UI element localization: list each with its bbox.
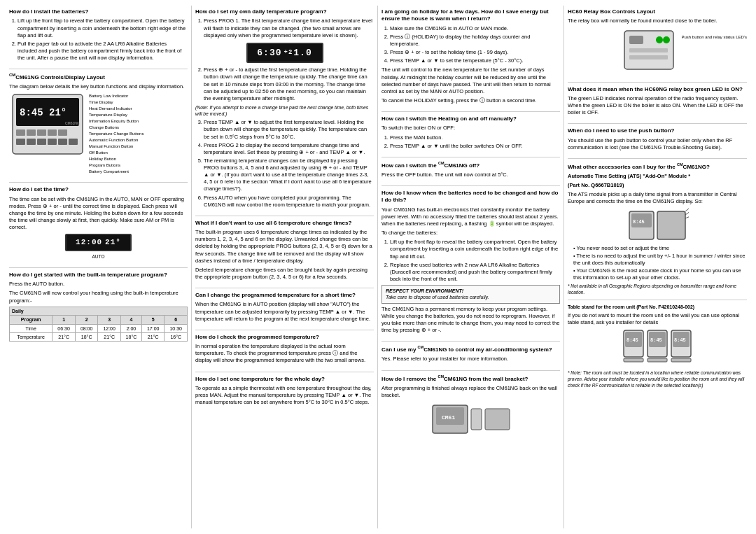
bullet-3: Your CM61NG is the most accurate clock i… <box>573 267 747 281</box>
label-temperature: Temperature Display <box>89 112 144 118</box>
divider-col3-2 <box>382 157 560 157</box>
thermostat-labels: Battery Low Indicator Time Display Heat … <box>89 93 144 175</box>
divider-col4-4 <box>568 300 747 300</box>
display-1-0: 1.0 <box>293 47 312 59</box>
svg-rect-24 <box>629 48 668 52</box>
svg-text:8:45: 8:45 <box>633 219 645 225</box>
section-cm61ng-layout: CMCM61NG Controls/Display Layout The dia… <box>9 73 188 175</box>
hc60-content: The relay box will normally be found mou… <box>568 17 747 24</box>
section-change-temp-short: Can I change the programmed temperature … <box>195 292 374 323</box>
col-4: 4 <box>120 316 141 324</box>
svg-point-22 <box>656 36 663 43</box>
table-label-daily: Daily <box>10 307 188 315</box>
label-holiday-button: Holiday Button <box>89 156 144 162</box>
divider-col4-2 <box>568 123 747 124</box>
label-auto-function: Automatic Function Button <box>89 137 144 143</box>
label-heat-demand: Heat Demand Indicator <box>89 106 144 112</box>
svg-rect-36 <box>624 358 643 362</box>
ats-part: (Part No. Q6667B1019) <box>568 182 747 189</box>
svg-rect-6 <box>48 129 57 136</box>
section-install-batteries: How do I install the batteries? Lift up … <box>9 8 188 62</box>
not-use-content2: Deleted temperature change times can be … <box>195 267 374 281</box>
holiday-step-2: Press ⓘ (HOLIDAY) to display the holiday… <box>390 34 560 48</box>
daily-note: (Note: If you attempt to move a change t… <box>195 104 374 117</box>
green-led-content: The green LED indicates normal operation… <box>568 95 747 116</box>
daily-step-2: Press ⊕ + or - to adjust the first tempe… <box>204 66 374 102</box>
temp-1: 21°C <box>52 333 76 342</box>
label-battery-low: Battery Low Indicator <box>89 93 144 99</box>
holiday-step-3: Press ⊕ + or - to set the holiday time (… <box>390 49 560 56</box>
holiday-step-4: Press TEMP ▲ or ▼ to set the temperature… <box>390 57 560 64</box>
label-time-display: Time Display <box>89 99 144 106</box>
section-check-programmed: How do I check the programmed temperatur… <box>195 334 374 365</box>
temp-2: 18°C <box>75 333 98 342</box>
divider-col4-3 <box>568 158 747 159</box>
aircon-content: Yes. Please refer to your installer for … <box>382 356 560 363</box>
builtin-content1: Press the AUTO button. <box>9 281 188 288</box>
column-3: I am going on holiday for a few days. Ho… <box>378 6 564 528</box>
divider-1 <box>9 69 188 69</box>
section-switch-off: How can I switch the CMCM61NG off? Press… <box>382 161 560 178</box>
svg-rect-44 <box>671 358 691 362</box>
section-push-button: When do I need to use the push button? Y… <box>568 127 747 151</box>
label-battery-compartment: Battery Compartment <box>89 169 144 175</box>
section-remove-bracket: How do I remove the CMCM61NG from the wa… <box>382 374 560 440</box>
row-temp-label: Temperature <box>10 333 52 342</box>
column-2: How do I set my own daily temperature pr… <box>192 6 378 528</box>
ats-subtitle: Automatic Time Setting (ATS) "Add-On" Mo… <box>568 173 747 180</box>
section-aircon: Can I use my CMCM61NG to control my air-… <box>382 345 560 363</box>
install-step-2: Pull the paper tab out to activate the 2… <box>18 41 188 62</box>
table-stand-content: If you do not want to mount the room uni… <box>568 312 747 326</box>
svg-text:8:45: 8:45 <box>674 337 686 343</box>
time-display: 12:00 21° <box>65 234 132 251</box>
row-time-label: Time <box>10 324 52 332</box>
svg-rect-5 <box>37 129 46 136</box>
stand-svg: 8:45 8:45 8:45 <box>622 329 692 367</box>
display-temp: 21° <box>105 237 121 248</box>
svg-rect-12 <box>58 139 67 145</box>
svg-rect-29 <box>657 211 685 239</box>
divider-2 <box>9 182 188 183</box>
svg-rect-19 <box>485 409 510 430</box>
divider-col2-1 <box>195 216 374 216</box>
svg-rect-10 <box>37 139 46 145</box>
col-2: 2 <box>75 316 98 324</box>
bracket-svg: CM61 <box>429 402 513 440</box>
hc60-relay-box <box>621 27 677 75</box>
switch-step-2: Press TEMP ▲ or ▼ until the boiler switc… <box>390 143 560 150</box>
daily-temp-title: How do I set my own daily temperature pr… <box>195 8 374 15</box>
check-programmed-content: In normal operation the temperature disp… <box>195 343 374 364</box>
set-time-content: The time can be set with the CM61NG in t… <box>9 196 188 232</box>
daily-step-5: The remaining temperature changes can be… <box>204 157 374 193</box>
accessories-title: What other accessories can I buy for the… <box>568 162 747 171</box>
cm61ng-layout-title: CMCM61NG Controls/Display Layout <box>9 73 188 81</box>
divider-col2-3 <box>195 330 374 330</box>
svg-text:CM61: CM61 <box>442 414 455 421</box>
divider-col3-3 <box>382 185 560 186</box>
not-use-content: The built-in program uses 6 temperature … <box>195 229 374 265</box>
label-off-button: Off Button <box>89 150 144 156</box>
svg-line-31 <box>685 211 689 215</box>
hc60-diagram-container: Push button and relay status LED's <box>568 27 747 75</box>
holiday-content: The unit will control to the new tempera… <box>382 66 560 95</box>
set-time-title: How do I set the time? <box>9 186 188 193</box>
set-one-temp-content: To operate as a simple thermostat with o… <box>195 385 374 406</box>
install-batteries-title: How do I install the batteries? <box>9 8 188 15</box>
holiday-cancel: To cancel the HOLIDAY setting, press the… <box>382 97 560 104</box>
change-temp-short-title: Can I change the programmed temperature … <box>195 292 374 299</box>
bullet-2: There is no need to adjust the unit by +… <box>573 253 747 267</box>
switch-heating-title: How can I switch the Heating on and off … <box>382 115 560 122</box>
svg-rect-9 <box>27 139 36 145</box>
svg-rect-21 <box>629 36 643 44</box>
display-auto-label: AUTO <box>9 254 188 260</box>
remove-bracket-content: After programming is finished always rep… <box>382 385 560 399</box>
temp-6: 16°C <box>164 333 188 342</box>
svg-text:CM61NG: CM61NG <box>65 121 80 125</box>
set-one-temp-title: How do I set one temperature for the who… <box>195 376 374 383</box>
program-table: Daily Program 1 2 3 4 5 6 Time 06:30 08:… <box>9 307 188 342</box>
push-button-title: When do I need to use the push button? <box>568 127 747 134</box>
svg-rect-40 <box>648 358 667 362</box>
col-6: 6 <box>164 316 188 324</box>
time-2: 08:00 <box>75 324 98 332</box>
notice-box: RESPECT YOUR ENVIRONMENT! Take care to d… <box>382 285 560 304</box>
